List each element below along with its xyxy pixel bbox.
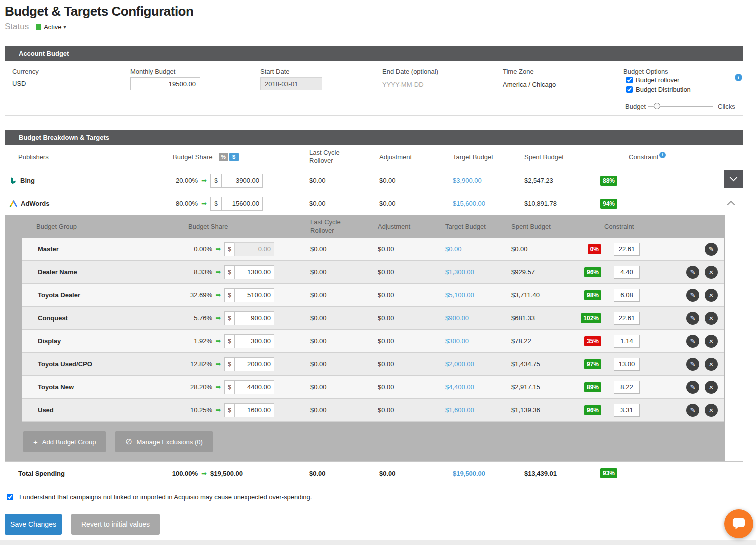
status-label: Status	[5, 22, 29, 32]
remove-budget-group-button[interactable]: ×	[705, 358, 718, 371]
pencil-icon: ✎	[690, 291, 696, 299]
chat-fab-button[interactable]	[724, 509, 753, 538]
status-value: Active	[44, 23, 61, 31]
budget-group-row: Display 1.92% ➡ $ $0.00 $0.00 $300.00 $7…	[22, 330, 724, 353]
budget-share-input[interactable]	[234, 311, 274, 325]
budget-share-input[interactable]	[234, 403, 274, 417]
column-budget-group: Budget Group	[22, 223, 185, 230]
edit-budget-group-button[interactable]: ✎	[686, 358, 699, 371]
constraint-input[interactable]	[614, 335, 640, 348]
total-spending-section: Total Spending 100.00% ➡ $19,500.00 $0.0…	[5, 461, 743, 485]
publisher-scroll-up-button[interactable]	[723, 194, 738, 212]
edit-budget-group-button[interactable]: ✎	[686, 312, 699, 325]
target-budget-value[interactable]: $900.00	[445, 314, 511, 322]
constraint-input[interactable]	[614, 404, 640, 417]
constraint-info-icon[interactable]: i	[659, 152, 666, 158]
remove-budget-group-button[interactable]: ×	[705, 289, 718, 302]
budget-distribution-label: Budget Distribution	[636, 86, 691, 93]
budget-group-row: Used 10.25% ➡ $ $0.00 $0.00 $1,600.00 $1…	[22, 399, 724, 422]
last-cycle-rollover-value: $0.00	[310, 314, 378, 322]
total-spending-label: Total Spending	[5, 470, 168, 477]
target-budget-value[interactable]: $300.00	[445, 337, 511, 345]
budget-share-percent: 80.00%	[168, 200, 198, 207]
revert-button[interactable]: Revert to initial values	[71, 514, 160, 535]
chevron-up-icon	[727, 200, 735, 208]
add-budget-group-button[interactable]: + Add Budget Group	[23, 431, 106, 452]
spent-budget-value: $929.57	[511, 268, 571, 276]
edit-budget-group-button[interactable]: ✎	[686, 381, 699, 394]
constraint-input[interactable]	[614, 243, 640, 256]
remove-budget-group-button[interactable]: ×	[705, 335, 718, 348]
budget-share-input[interactable]	[234, 380, 274, 394]
pencil-icon: ✎	[690, 360, 696, 368]
budget-share-input[interactable]	[221, 197, 263, 211]
adjustment-value: $0.00	[378, 383, 445, 391]
target-budget-value[interactable]: $15,600.00	[453, 200, 524, 207]
monthly-budget-input[interactable]	[130, 77, 200, 90]
spent-percentage-badge: 102%	[581, 313, 601, 323]
budget-share-percent: 28.20%	[185, 383, 212, 391]
edit-budget-group-button[interactable]: ✎	[705, 243, 718, 256]
target-budget-value[interactable]: $5,100.00	[445, 291, 511, 299]
close-icon: ×	[709, 291, 714, 299]
constraint-input[interactable]	[614, 266, 640, 279]
budget-clicks-slider-handle[interactable]	[654, 103, 660, 109]
target-budget-value[interactable]: $3,900.00	[453, 177, 524, 184]
end-date-placeholder[interactable]: YYYY-MM-DD	[382, 81, 424, 88]
budget-share-input[interactable]	[234, 288, 274, 302]
constraint-input[interactable]	[614, 358, 640, 371]
pencil-icon: ✎	[690, 268, 696, 276]
budget-groups-subtable: Budget Group Budget Share Last Cycle Rol…	[5, 215, 725, 461]
save-changes-button[interactable]: Save Changes	[5, 514, 62, 535]
close-icon: ×	[709, 268, 714, 276]
budget-rollover-label: Budget rollover	[636, 76, 679, 84]
share-mode-percent-button[interactable]: %	[219, 153, 228, 161]
budget-group-row-master: Master 0.00% ➡ $ $0.00 $0.00 $0.00 $0.00…	[22, 238, 724, 261]
publisher-scroll-down-button[interactable]	[724, 170, 743, 188]
target-budget-value[interactable]: $4,400.00	[445, 383, 511, 391]
column-publishers: Publishers	[5, 153, 168, 161]
edit-budget-group-button[interactable]: ✎	[686, 266, 699, 279]
last-cycle-rollover-value: $0.00	[310, 383, 378, 391]
total-adjustment-value: $0.00	[379, 470, 453, 477]
share-mode-dollar-button[interactable]: $	[229, 153, 239, 161]
manage-exclusions-button[interactable]: ∅ Manage Exclusions (0)	[115, 431, 212, 452]
target-budget-value[interactable]: $0.00	[445, 245, 511, 253]
pencil-icon: ✎	[709, 245, 714, 253]
edit-budget-group-button[interactable]: ✎	[686, 289, 699, 302]
remove-budget-group-button[interactable]: ×	[705, 404, 718, 417]
target-budget-value[interactable]: $2,000.00	[445, 360, 511, 368]
disclaimer-checkbox[interactable]	[7, 494, 13, 500]
edit-budget-group-button[interactable]: ✎	[686, 335, 699, 348]
budget-share-percent: 12.82%	[185, 360, 212, 368]
remove-budget-group-button[interactable]: ×	[705, 266, 718, 279]
time-zone-label: Time Zone	[503, 68, 534, 75]
budget-distribution-checkbox[interactable]	[626, 86, 633, 93]
arrow-right-icon: ➡	[216, 314, 221, 322]
total-share-percent: 100.00%	[168, 470, 198, 477]
arrow-right-icon: ➡	[216, 406, 221, 414]
total-rollover-value: $0.00	[309, 470, 379, 477]
column-constraint: Constraint	[604, 223, 649, 230]
remove-budget-group-button[interactable]: ×	[705, 381, 718, 394]
edit-budget-group-button[interactable]: ✎	[686, 404, 699, 417]
budget-share-input[interactable]	[221, 174, 263, 188]
status-dropdown[interactable]: Active ▾	[36, 23, 66, 31]
remove-budget-group-button[interactable]: ×	[705, 312, 718, 325]
budget-rollover-checkbox[interactable]	[626, 77, 633, 83]
constraint-input[interactable]	[614, 381, 640, 394]
budget-share-input[interactable]	[234, 265, 274, 279]
budget-share-input[interactable]	[234, 357, 274, 371]
column-budget-share: Budget Share	[173, 153, 213, 161]
target-budget-value[interactable]: $1,300.00	[445, 268, 511, 276]
publisher-name: AdWords	[21, 200, 50, 207]
target-budget-value[interactable]: $1,600.00	[445, 406, 511, 414]
info-icon[interactable]: i	[735, 74, 742, 81]
constraint-input[interactable]	[614, 289, 640, 302]
page-title: Budget & Targets Configuration	[5, 4, 756, 19]
arrow-right-icon: ➡	[201, 200, 207, 207]
constraint-input[interactable]	[614, 312, 640, 325]
budget-share-input[interactable]	[234, 334, 274, 348]
breakdown-panel: Budget Breakdown & Targets Publishers Bu…	[5, 130, 743, 485]
spent-budget-value: $2,917.15	[511, 383, 571, 391]
